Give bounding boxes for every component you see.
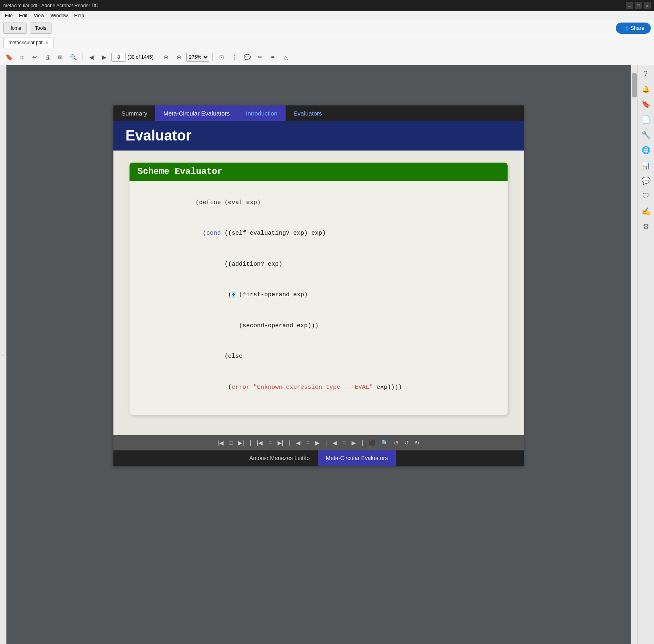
menu-file[interactable]: File: [2, 11, 16, 20]
fit-page-icon[interactable]: ⊡: [216, 52, 227, 63]
notification-icon[interactable]: 🔔: [639, 82, 653, 96]
shield-sidebar-icon[interactable]: 🛡: [639, 189, 653, 203]
bottom-nav-author-label: António Menezes Leitão: [249, 455, 310, 461]
bottom-nav: António Menezes Leitão Meta-Circular Eva…: [113, 450, 524, 466]
pres-ctrl-prev-group[interactable]: |◀: [255, 439, 265, 447]
slide-title: Evaluator: [125, 127, 512, 144]
code-line-3: ((addition? exp): [138, 249, 500, 280]
separator-2: [157, 53, 157, 61]
share-button[interactable]: 👥 Share: [616, 23, 651, 34]
slide-nav-intro[interactable]: Introduction: [238, 105, 285, 121]
pdf-page: Summary Meta-Circular Evaluators Introdu…: [113, 105, 524, 466]
code-line-1: (define (eval exp): [138, 187, 500, 218]
pres-separator-2: |: [289, 439, 290, 446]
scrollbar-thumb[interactable]: [632, 73, 637, 97]
slide-nav-eval[interactable]: Evaluators: [286, 105, 330, 121]
comment-icon[interactable]: 💬: [242, 52, 253, 63]
minimize-btn[interactable]: –: [626, 2, 633, 9]
pres-ctrl-undo2[interactable]: ↺: [403, 439, 411, 447]
slide-nav-intro-label: Introduction: [246, 110, 277, 117]
home-button[interactable]: Home: [3, 23, 27, 34]
shapes-icon[interactable]: △: [280, 52, 292, 63]
bookmark-icon[interactable]: 🔖: [3, 52, 14, 63]
search-icon[interactable]: 🔍: [68, 52, 79, 63]
chart-sidebar-icon[interactable]: 📊: [639, 159, 653, 172]
toolbar: 🔖 ☆ ↩ 🖨 ✉ 🔍 ◀ ▶ (30 of 1445) ⊖ ⊕ 275% 10…: [0, 49, 654, 65]
code-line-4: (+ (first-operand exp): [138, 280, 500, 311]
pres-ctrl-zoom[interactable]: 🔍: [380, 439, 390, 447]
menu-help[interactable]: Help: [71, 11, 88, 20]
pres-separator-1: |: [250, 439, 251, 446]
menu-bar: File Edit View Window Help: [0, 11, 654, 20]
help-icon[interactable]: ?: [639, 67, 653, 80]
code-text: (define (eval exp): [195, 199, 261, 206]
code-box-title: Scheme Evaluator: [138, 167, 500, 177]
star-icon[interactable]: ☆: [16, 52, 27, 63]
pres-ctrl-list3[interactable]: ≡: [341, 439, 348, 447]
zoom-select[interactable]: 275% 100% 150%: [186, 53, 209, 62]
pres-ctrl-list1[interactable]: ≡: [267, 439, 273, 447]
page-sidebar-icon[interactable]: 📄: [639, 113, 653, 126]
pres-ctrl-first[interactable]: |◀: [216, 439, 225, 447]
print-icon[interactable]: 🖨: [42, 52, 53, 63]
prev-page-icon[interactable]: ◀: [86, 52, 97, 63]
next-page-icon[interactable]: ▶: [99, 52, 110, 63]
left-sidebar-collapse[interactable]: ›: [0, 65, 6, 644]
draw-icon[interactable]: ✒: [267, 52, 279, 63]
bottom-nav-title-label: Meta-Circular Evaluators: [326, 455, 388, 461]
menu-window[interactable]: Window: [47, 11, 71, 20]
scrollbar[interactable]: [631, 65, 637, 644]
separator-3: [212, 53, 213, 61]
bottom-spacer: [6, 474, 631, 490]
slide-nav-summary[interactable]: Summary: [113, 105, 155, 121]
email-icon[interactable]: ✉: [55, 52, 66, 63]
pres-ctrl-list2[interactable]: ≡: [304, 439, 311, 447]
fill-sidebar-icon[interactable]: ✍: [639, 204, 653, 218]
page-total: (30 of 1445): [128, 54, 154, 60]
top-spacer: [6, 65, 631, 97]
bottom-nav-author: António Menezes Leitão: [241, 450, 318, 466]
pres-ctrl-prev2[interactable]: ◀: [331, 439, 339, 447]
wrench-sidebar-icon[interactable]: ⚙: [639, 220, 653, 233]
slide-title-bar: Evaluator: [113, 121, 524, 151]
pres-separator-3: |: [325, 439, 327, 446]
zoom-in-icon[interactable]: ⊕: [173, 52, 185, 63]
translate-sidebar-icon[interactable]: 🌐: [639, 143, 653, 157]
pres-ctrl-black[interactable]: ⬛: [367, 439, 377, 447]
menu-edit[interactable]: Edit: [16, 11, 31, 20]
bookmark-sidebar-icon[interactable]: 🔖: [639, 97, 653, 111]
pres-ctrl-next[interactable]: ▶: [314, 439, 321, 447]
page-number-input[interactable]: [111, 53, 126, 62]
comment-sidebar-icon[interactable]: 💬: [639, 174, 653, 188]
maximize-btn[interactable]: □: [635, 2, 642, 9]
pres-ctrl-box1[interactable]: □: [228, 439, 234, 447]
pres-ctrl-redo[interactable]: ↻: [413, 439, 421, 447]
slide-header-nav: Summary Meta-Circular Evaluators Introdu…: [113, 105, 524, 121]
bottom-nav-title: Meta-Circular Evaluators: [318, 450, 396, 466]
close-btn[interactable]: ×: [644, 2, 651, 9]
zoom-out-icon[interactable]: ⊖: [160, 52, 172, 63]
back-icon[interactable]: ↩: [29, 52, 40, 63]
pres-ctrl-undo1[interactable]: ↺: [392, 439, 400, 447]
share-label: Share: [630, 25, 644, 31]
window-controls: – □ ×: [626, 2, 651, 9]
separator-1: [82, 53, 82, 61]
pres-ctrl-last[interactable]: ▶|: [237, 439, 246, 447]
title-bar: metacircular.pdf - Adobe Acrobat Reader …: [0, 0, 654, 11]
pres-ctrl-next2[interactable]: ▶: [350, 439, 358, 447]
pres-ctrl-next-group[interactable]: ▶|: [276, 439, 285, 447]
slide-nav-meta[interactable]: Meta-Circular Evaluators: [155, 105, 238, 121]
tab-close-icon[interactable]: ✕: [45, 41, 48, 45]
right-sidebar: ? 🔔 🔖 📄 🔧 🌐 📊 💬 🛡 ✍ ⚙: [637, 65, 654, 644]
share-icon: 👥: [622, 25, 629, 31]
tab-bar: metacircular.pdf ✕: [0, 36, 654, 49]
pdf-page-wrapper: Summary Meta-Circular Evaluators Introdu…: [6, 97, 631, 474]
pdf-tab[interactable]: metacircular.pdf ✕: [3, 37, 53, 48]
tools-sidebar-icon[interactable]: 🔧: [639, 128, 653, 142]
tools-button[interactable]: Tools: [30, 23, 51, 34]
menu-view[interactable]: View: [31, 11, 47, 20]
pres-ctrl-prev[interactable]: ◀: [294, 439, 302, 447]
scroll-icon[interactable]: ⋮: [229, 52, 240, 63]
highlight-icon[interactable]: ✏: [255, 52, 266, 63]
code-line-5: (second-operand exp))): [138, 310, 500, 341]
